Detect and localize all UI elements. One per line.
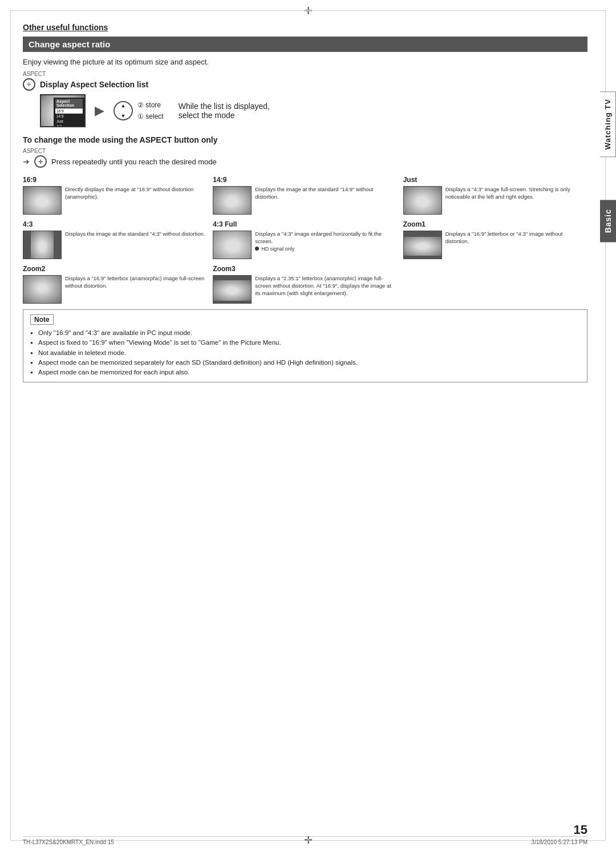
display-title: Display Aspect Selection list [40, 80, 148, 89]
aspect-selection-overlay: Aspect Selection 16:9 14:9 Just 4:3 4:3 … [54, 98, 84, 127]
mode-item-zoom3: Zoom3 Displays a "2.35:1" letterbox (ana… [213, 265, 397, 304]
display-section-header: ✛ Display Aspect Selection list [23, 78, 587, 91]
mode-thumb-zoom2 [23, 275, 62, 304]
note-title: Note [30, 314, 54, 325]
mode-label-zoom3: Zoom3 [213, 265, 397, 273]
mode-desc-149: Displays the image at the standard "14:9… [255, 186, 397, 201]
thumb-bg-169 [23, 187, 61, 214]
menu-item-just: Just [55, 119, 83, 124]
mode-desc-zoom1: Displays a "16:9" letterbox or "4:3" ima… [445, 231, 587, 245]
mode-item-149: 14:9 Displays the image at the standard … [213, 176, 397, 215]
mode-label-just: Just [403, 176, 587, 184]
mode-label-zoom2: Zoom2 [23, 265, 207, 273]
mode-label-149: 14:9 [213, 176, 397, 184]
subsection-title: To change the mode using the ASPECT butt… [23, 135, 587, 144]
section-heading: Other useful functions [23, 23, 587, 32]
thumb-bg-43 [31, 231, 54, 259]
mode-item-zoom1: Zoom1 Displays a "16:9" letterbox or "4:… [403, 220, 587, 259]
bottom-compass-icon: ✛ [304, 834, 313, 846]
select-label: ① select [137, 112, 164, 120]
basic-label: Basic [603, 209, 613, 233]
sidebar-basic: Basic [600, 200, 616, 242]
note-item-5: Aspect mode can be memorized for each in… [30, 368, 580, 377]
thumb-bg-zoom3 [213, 280, 251, 301]
mode-thumb-149 [213, 186, 252, 215]
mode-item-169: 16:9 Directly displays the image at "16:… [23, 176, 207, 215]
mode-thumb-43full [213, 231, 252, 259]
mode-label-169: 16:9 [23, 176, 207, 184]
aspect-icon: ✛ [23, 78, 35, 91]
note-item-1: Only "16:9" and "4:3" are available in P… [30, 328, 580, 338]
hd-signal-text: HD signal only [261, 245, 294, 252]
intro-text: Enjoy viewing the picture at its optimum… [23, 58, 587, 66]
mode-desc-just: Displays a "4:3" image full-screen. Stre… [445, 186, 587, 201]
select-line: ① select [137, 112, 164, 120]
menu-title: Aspect Selection [55, 99, 83, 108]
thumb-bg-just [404, 187, 441, 214]
nav-diagram: ▲ ▼ ② store ① select [114, 101, 164, 120]
mode-row-zoom3: Displays a "2.35:1" letterbox (anamorphi… [213, 275, 397, 304]
footer-right: 3/18/2010 5:27:13 PM [532, 839, 587, 845]
mode-thumb-zoom1 [403, 231, 442, 259]
mode-desc-zoom3: Displays a "2.35:1" letterbox (anamorphi… [255, 275, 397, 297]
tv-thumbnail-with-menu: Aspect Selection 16:9 14:9 Just 4:3 4:3 … [40, 94, 86, 127]
note-item-4: Aspect mode can be memorized separately … [30, 358, 580, 368]
mode-desc-43full: Displays a "4:3" image enlarged horizont… [255, 231, 397, 252]
mode-row-43full: Displays a "4:3" image enlarged horizont… [213, 231, 397, 259]
store-label: ② store [137, 101, 161, 109]
mode-item-just: Just Displays a "4:3" image full-screen.… [403, 176, 587, 215]
note-list: Only "16:9" and "4:3" are available in P… [30, 328, 580, 377]
main-content: Other useful functions Change aspect rat… [23, 23, 587, 822]
mode-row-zoom1: Displays a "16:9" letterbox or "4:3" ima… [403, 231, 587, 259]
page-number: 15 [574, 822, 587, 837]
thumb-bg-43full [213, 231, 252, 259]
mode-row-zoom2: Displays a "16:9" letterbox (anamorphic)… [23, 275, 207, 304]
grid-spacer [403, 265, 587, 304]
store-select-labels: ② store ① select [137, 101, 164, 120]
sidebar-watching-tv: Watching TV [600, 91, 616, 157]
while-list-text: While the list is displayed,select the m… [179, 102, 270, 120]
mode-row-43: Displays the image at the standard "4:3"… [23, 231, 207, 259]
mode-label-43full: 4:3 Full [213, 220, 397, 228]
banner: Change aspect ratio [23, 37, 587, 52]
note-item-3: Not available in teletext mode. [30, 348, 580, 358]
mode-thumb-zoom3 [213, 275, 252, 304]
hd-signal-note: HD signal only [255, 245, 397, 252]
mode-thumb-just [403, 186, 442, 215]
mode-label-zoom1: Zoom1 [403, 220, 587, 228]
mode-thumb-43 [23, 231, 62, 259]
nav-down-icon: ▼ [121, 113, 126, 119]
menu-item-169: 16:9 [55, 108, 83, 114]
arrow-bullet-icon: ➜ [23, 157, 30, 166]
mode-row-just: Displays a "4:3" image full-screen. Stre… [403, 186, 587, 215]
store-line: ② store [137, 101, 164, 109]
watching-tv-label: Watching TV [603, 99, 612, 150]
mode-desc-43: Displays the image at the standard "4:3"… [65, 231, 207, 238]
mode-item-43full: 4:3 Full Displays a "4:3" image enlarged… [213, 220, 397, 259]
hd-dot-icon [255, 247, 259, 251]
selection-demo: Aspect Selection 16:9 14:9 Just 4:3 4:3 … [40, 94, 587, 127]
thumb-bg-zoom1 [404, 237, 441, 256]
mode-row-149: Displays the image at the standard "14:9… [213, 186, 397, 215]
mode-desc-zoom2: Displays a "16:9" letterbox (anamorphic)… [65, 275, 207, 290]
press-repeatedly: ➜ ✛ Press repeatedly until you reach the… [23, 155, 587, 168]
mode-item-43: 4:3 Displays the image at the standard "… [23, 220, 207, 259]
aspect-label-2: ASPECT [23, 148, 587, 154]
mode-thumb-169 [23, 186, 62, 215]
aspect-label-top: ASPECT [23, 71, 587, 77]
mode-desc-169: Directly displays the image at "16:9" wi… [65, 186, 207, 201]
nav-vertical-buttons: ▲ ▼ [114, 101, 133, 120]
note-box: Note Only "16:9" and "4:3" are available… [23, 309, 587, 382]
note-item-2: Aspect is fixed to "16:9" when "Viewing … [30, 338, 580, 348]
thumb-bg-zoom2 [23, 276, 61, 303]
mode-label-43: 4:3 [23, 220, 207, 228]
footer-left: TH-L37X2S&20KMRTX_EN.indd 15 [23, 839, 114, 845]
mode-grid: 16:9 Directly displays the image at "16:… [23, 176, 587, 304]
press-icon: ✛ [34, 155, 47, 168]
arrow-right-icon: ▶ [95, 103, 104, 118]
mode-row-169: Directly displays the image at "16:9" wi… [23, 186, 207, 215]
menu-item-149: 14:9 [55, 114, 83, 119]
thumb-bg-149 [213, 187, 251, 214]
menu-item-43: 4:3 [55, 124, 83, 127]
press-text: Press repeatedly until you reach the des… [51, 158, 217, 166]
